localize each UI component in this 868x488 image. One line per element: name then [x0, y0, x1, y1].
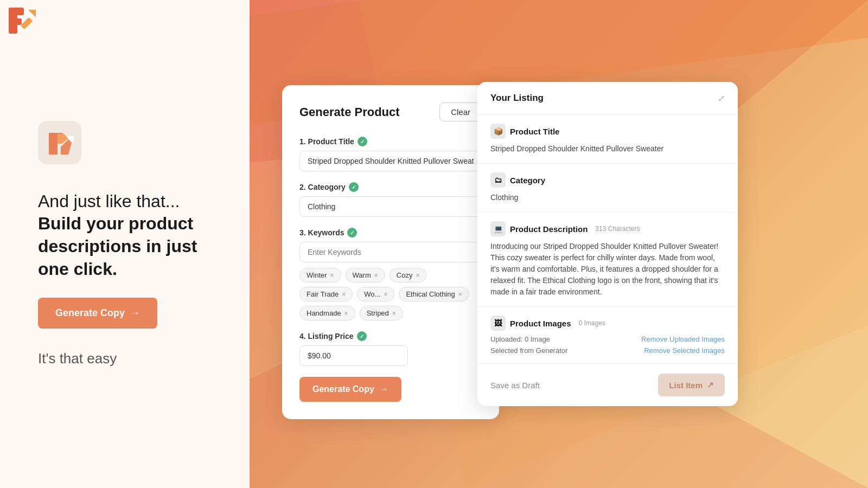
- check-icon-title: ✓: [358, 137, 367, 146]
- right-panel: Generate Product Clear 1. Product Title …: [250, 0, 868, 488]
- listing-images-header: 🖼 Product Images 0 Images: [490, 316, 725, 331]
- images-selected-row: Selected from Generator Remove Selected …: [490, 346, 725, 355]
- logo-icon: [38, 121, 81, 164]
- product-title-input[interactable]: [299, 151, 482, 171]
- tag-warm[interactable]: Warm ×: [346, 268, 385, 282]
- external-link-icon[interactable]: ⤢: [718, 93, 725, 104]
- category-input[interactable]: [299, 196, 482, 217]
- category-section-icon: 🗂: [490, 172, 506, 188]
- price-input[interactable]: [299, 345, 408, 366]
- keywords-input[interactable]: [299, 242, 482, 262]
- tag-ethicalclothing[interactable]: Ethical Clothing ×: [399, 287, 469, 301]
- tagline-text: And just like that... Build your product…: [38, 190, 217, 280]
- tag-wool[interactable]: Wo... ×: [357, 287, 394, 301]
- price-field: 4. Listing Price ✓: [299, 331, 482, 366]
- price-label: 4. Listing Price ✓: [299, 331, 482, 341]
- save-draft-button[interactable]: Save as Draft: [490, 381, 540, 390]
- images-uploaded-row: Uploaded: 0 Image Remove Uploaded Images: [490, 335, 725, 343]
- product-title-section-icon: 📦: [490, 124, 506, 139]
- char-count: 313 Characters: [595, 225, 640, 233]
- listing-category-value: Clothing: [490, 192, 725, 203]
- listing-description-header: 💻 Product Description 313 Characters: [490, 221, 725, 236]
- remove-selected-link[interactable]: Remove Selected Images: [644, 346, 725, 355]
- product-title-label: 1. Product Title ✓: [299, 137, 482, 146]
- remove-tag-fairtrade[interactable]: ×: [342, 291, 346, 298]
- listing-images-section: 🖼 Product Images 0 Images Uploaded: 0 Im…: [477, 307, 738, 364]
- remove-tag-warm[interactable]: ×: [374, 272, 378, 279]
- remove-tag-wool[interactable]: ×: [384, 291, 387, 298]
- tags-container: Winter × Warm × Cozy × Fair Trade × Wo..…: [299, 268, 482, 320]
- easy-tagline: It's that easy: [38, 350, 217, 367]
- tag-winter[interactable]: Winter ×: [299, 268, 341, 282]
- check-icon-price: ✓: [357, 331, 367, 341]
- remove-tag-cozy[interactable]: ×: [416, 272, 419, 279]
- listing-description-value: Introducing our Striped Dropped Shoulder…: [490, 241, 725, 298]
- remove-tag-ethicalclothing[interactable]: ×: [458, 291, 462, 298]
- generate-product-card: Generate Product Clear 1. Product Title …: [282, 85, 499, 419]
- description-section-icon: 💻: [490, 221, 506, 236]
- listing-product-title-section: 📦 Product Title Striped Dropped Shoulder…: [477, 115, 738, 164]
- product-title-field: 1. Product Title ✓: [299, 137, 482, 171]
- left-panel: And just like that... Build your product…: [0, 0, 250, 488]
- category-field: 2. Cateogory ✓: [299, 182, 482, 217]
- uploaded-label: Uploaded: 0 Image: [490, 335, 550, 343]
- tag-fairtrade[interactable]: Fair Trade ×: [299, 287, 353, 301]
- keywords-field: 3. Keywords ✓ Winter × Warm × Cozy × F: [299, 228, 482, 320]
- listing-card-header: Your Listing ⤢: [477, 82, 738, 115]
- remove-tag-handmade[interactable]: ×: [344, 310, 348, 317]
- check-icon-category: ✓: [349, 182, 359, 192]
- remove-tag-winter[interactable]: ×: [330, 272, 334, 279]
- listing-header-title: Your Listing: [490, 93, 544, 104]
- images-count: 0 Images: [579, 319, 605, 327]
- listing-product-title-header: 📦 Product Title: [490, 124, 725, 139]
- images-section-icon: 🖼: [490, 316, 506, 331]
- svg-rect-8: [9, 8, 24, 15]
- card-header: Generate Product Clear: [299, 102, 482, 121]
- selected-label: Selected from Generator: [490, 346, 567, 355]
- svg-rect-9: [9, 18, 22, 25]
- list-item-button[interactable]: List Item ↗: [658, 374, 725, 396]
- listing-footer: Save as Draft List Item ↗: [477, 364, 738, 406]
- listing-category-header: 🗂 Category: [490, 172, 725, 188]
- check-icon-keywords: ✓: [347, 228, 357, 237]
- generate-product-title: Generate Product: [299, 105, 400, 119]
- hero-cta-button[interactable]: Generate Copy →: [38, 298, 157, 329]
- tag-cozy[interactable]: Cozy ×: [390, 268, 427, 282]
- listing-card: Your Listing ⤢ 📦 Product Title Striped D…: [477, 82, 738, 406]
- remove-tag-striped[interactable]: ×: [392, 310, 396, 317]
- generate-copy-button[interactable]: Generate Copy →: [299, 377, 401, 402]
- listing-product-title-value: Striped Dropped Shoulder Knitted Pullove…: [490, 143, 725, 155]
- category-label: 2. Cateogory ✓: [299, 182, 482, 192]
- listing-category-section: 🗂 Category Clothing: [477, 164, 738, 213]
- listing-description-section: 💻 Product Description 313 Characters Int…: [477, 213, 738, 307]
- tag-striped[interactable]: Striped ×: [360, 306, 403, 320]
- tag-handmade[interactable]: Handmade ×: [299, 306, 355, 320]
- remove-uploaded-link[interactable]: Remove Uploaded Images: [641, 335, 725, 343]
- keywords-label: 3. Keywords ✓: [299, 228, 482, 237]
- clear-button[interactable]: Clear: [439, 102, 482, 121]
